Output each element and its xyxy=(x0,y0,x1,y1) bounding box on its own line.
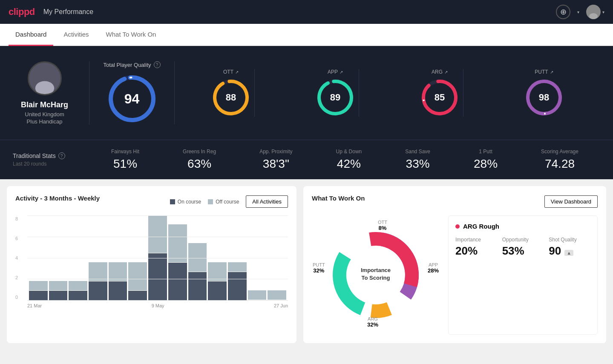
detail-card-title: ARG Rough xyxy=(455,223,590,230)
y-label-4: 4 xyxy=(15,255,18,261)
red-dot-icon xyxy=(455,224,460,229)
stat-sand-save: Sand Save 33% xyxy=(405,149,430,171)
x-label-jun: 27 Jun xyxy=(274,303,288,308)
ott-label: OTT ↗ xyxy=(223,69,239,75)
bar-on-course xyxy=(188,272,207,300)
trend-icon: ↗ xyxy=(340,70,343,75)
svg-point-1 xyxy=(591,8,596,13)
bar-off-course xyxy=(188,243,207,271)
logo-text: clippd xyxy=(9,6,35,17)
avatar xyxy=(28,61,62,95)
total-score-value: 94 xyxy=(124,91,140,107)
bar-off-course xyxy=(29,281,48,290)
stat-app-proximity: App. Proximity 38'3" xyxy=(259,149,292,171)
chart-legend: On course Off course xyxy=(170,199,239,205)
stat-name: Scoring Average xyxy=(541,149,578,155)
trad-stats-row: Fairways Hit 51% Greens In Reg 63% App. … xyxy=(89,149,600,171)
stat-greens-in-reg: Greens In Reg 63% xyxy=(183,149,216,171)
putt-score: PUTT ↗ 98 xyxy=(521,69,567,117)
stat-up-and-down: Up & Down 42% xyxy=(336,149,362,171)
detail-metrics: Importance 20% Opportunity 53% Shot Qual… xyxy=(455,237,590,258)
bar-on-course xyxy=(69,291,87,300)
profile-handicap: Plus Handicap xyxy=(27,118,63,125)
bar-off-course xyxy=(168,224,187,262)
total-score-gauge: 94 xyxy=(106,73,158,124)
svg-point-5 xyxy=(35,81,54,95)
header-left: clippd My Performance xyxy=(9,6,93,17)
add-button[interactable]: ⊕ xyxy=(556,5,570,19)
info-icon[interactable]: ? xyxy=(58,152,65,159)
off-course-dot xyxy=(208,199,213,204)
ott-gauge: 88 xyxy=(212,78,250,117)
stat-name: Greens In Reg xyxy=(183,149,216,155)
stat-name: Sand Save xyxy=(405,149,430,155)
trad-stats-title: Traditional Stats ? xyxy=(13,152,81,159)
ott-score: OTT ↗ 88 xyxy=(207,69,255,117)
view-dashboard-button[interactable]: View Dashboard xyxy=(544,195,598,208)
trend-icon: ↗ xyxy=(550,70,553,75)
bottom-panels: Activity - 3 Months - Weekly On course O… xyxy=(0,179,613,350)
chart-bars-area xyxy=(27,215,288,301)
metric-importance: Importance 20% xyxy=(455,237,497,258)
stat-1-putt: 1 Putt 28% xyxy=(474,149,498,171)
info-icon[interactable]: ? xyxy=(154,61,161,68)
sub-scores: OTT ↗ 88 APP ↗ 89 xyxy=(175,69,600,117)
stat-name: 1 Putt xyxy=(479,149,492,155)
metric-value: 20% xyxy=(455,244,497,258)
stat-name: Up & Down xyxy=(336,149,362,155)
y-label-8: 8 xyxy=(15,216,18,221)
nav-tabs: Dashboard Activities What To Work On xyxy=(0,24,613,46)
activity-title: Activity - 3 Months - Weekly xyxy=(15,195,100,202)
bar-off-course xyxy=(69,281,87,290)
what-to-work-on-panel: What To Work On View Dashboard xyxy=(303,186,606,343)
profile-country: United Kingdom xyxy=(25,111,64,118)
wtwo-title: What To Work On xyxy=(312,195,365,202)
user-chevron-icon: ▾ xyxy=(602,10,604,14)
y-label-2: 2 xyxy=(15,275,18,280)
metric-label: Opportunity xyxy=(502,237,544,243)
ott-value: 88 xyxy=(226,92,236,103)
y-label-6: 6 xyxy=(15,236,18,241)
legend-off-course: Off course xyxy=(208,199,239,205)
metric-label: Importance xyxy=(455,237,497,243)
tab-activities[interactable]: Activities xyxy=(57,24,95,46)
detail-card: ARG Rough Importance 20% Opportunity 53%… xyxy=(448,215,598,335)
metric-opportunity: Opportunity 53% xyxy=(502,237,544,258)
bar-off-course xyxy=(89,262,107,281)
header: clippd My Performance ⊕ ▾ ▾ xyxy=(0,0,613,24)
chart-wrapper: 0 2 4 6 8 21 Mar 9 May 27 Jun xyxy=(15,215,288,308)
traditional-stats: Traditional Stats ? Last 20 rounds Fairw… xyxy=(0,140,613,179)
bar-on-course xyxy=(148,253,167,300)
profile-name: Blair McHarg xyxy=(21,100,68,109)
arg-score: ARG ↗ 85 xyxy=(416,69,463,117)
arg-gauge: 85 xyxy=(420,78,459,117)
donut-center: Importance To Scoring xyxy=(361,267,391,282)
donut-label-putt: PUTT 32% xyxy=(313,262,325,274)
user-menu[interactable]: ▾ xyxy=(586,5,604,19)
trend-icon: ↗ xyxy=(235,70,239,75)
stat-value: 38'3" xyxy=(263,157,289,171)
y-label-0: 0 xyxy=(15,295,18,300)
stat-value: 28% xyxy=(474,157,498,171)
tab-dashboard[interactable]: Dashboard xyxy=(9,24,53,46)
bar-off-course xyxy=(228,262,247,272)
tab-what-to-work-on[interactable]: What To Work On xyxy=(99,24,163,46)
metric-label: Shot Quality xyxy=(549,237,590,243)
bar-off-course xyxy=(268,290,286,300)
bar-on-course xyxy=(89,281,107,300)
arg-value: 85 xyxy=(435,92,445,103)
on-course-dot xyxy=(170,199,175,204)
add-chevron-icon: ▾ xyxy=(577,10,579,14)
bar-on-course xyxy=(128,291,147,300)
bar-off-course xyxy=(109,262,127,281)
header-title: My Performance xyxy=(43,8,93,16)
bar-off-course xyxy=(148,215,167,253)
stat-fairways-hit: Fairways Hit 51% xyxy=(111,149,139,171)
stat-value: 33% xyxy=(406,157,430,171)
metric-value: 53% xyxy=(502,244,544,258)
shot-quality-badge: ▲ xyxy=(564,250,573,256)
wtwo-header: What To Work On View Dashboard xyxy=(312,195,598,209)
bar-on-course xyxy=(49,291,68,300)
all-activities-button[interactable]: All Activities xyxy=(246,195,288,208)
activity-header: Activity - 3 Months - Weekly On course O… xyxy=(15,195,288,209)
